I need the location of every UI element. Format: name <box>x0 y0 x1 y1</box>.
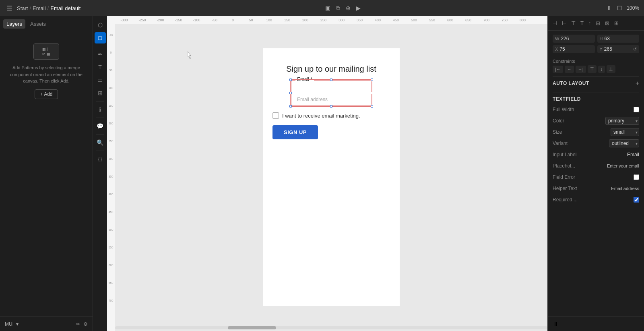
align-right-icon[interactable]: ⊤ <box>570 19 577 27</box>
tab-assets[interactable]: Assets <box>27 19 49 29</box>
left-panel-content: ▦ | M ▦ Add Patterns by selecting a merg… <box>0 32 93 317</box>
email-field-wrapper[interactable]: Email * Email address <box>291 80 372 106</box>
constraint-v-icon[interactable]: ↕ <box>598 66 605 73</box>
full-width-label: Full Width <box>553 107 574 112</box>
required-label: Required ... <box>553 197 578 203</box>
canvas-scrollbar[interactable] <box>115 326 547 329</box>
required-row: Required ... <box>553 195 639 204</box>
textfield-section: TEXTFIELD Full Width Color primary secon… <box>553 93 639 207</box>
canvas-headline: Sign up to our mailing list <box>286 64 376 74</box>
canvas-scrollbar-thumb[interactable] <box>228 326 276 329</box>
color-label: Color <box>553 118 564 124</box>
full-width-row: Full Width <box>553 105 639 114</box>
color-dropdown[interactable]: primary secondary <box>605 117 639 125</box>
right-panel-footer-icon[interactable]: ⏸ <box>553 321 559 328</box>
y-field[interactable]: Y 265 ↺ <box>597 45 640 53</box>
component-icon[interactable]: ⧉ <box>335 4 341 13</box>
tool-search[interactable]: 🔍 <box>95 137 106 148</box>
field-error-checkbox[interactable] <box>634 174 639 180</box>
email-field-helper: Email address <box>291 97 371 106</box>
variant-dropdown[interactable]: outlined filled standard <box>609 139 639 147</box>
email-field-input[interactable] <box>291 81 371 97</box>
breadcrumb-email[interactable]: Email <box>33 5 46 11</box>
frame-icon[interactable]: ▣ <box>324 4 332 12</box>
align-center-h-icon[interactable]: ⊢ <box>560 19 568 27</box>
constraints-row: |← ↔ →| ⊤ ↕ ⊥ <box>553 65 639 73</box>
signup-button[interactable]: SIGN UP <box>272 125 318 139</box>
breadcrumb-current[interactable]: Email default <box>50 5 80 11</box>
add-button[interactable]: + Add <box>35 89 58 99</box>
app-menu-icon[interactable]: ☰ <box>5 3 14 14</box>
right-panel-footer: ⏸ <box>548 317 644 331</box>
grid-icon[interactable]: ⊞ <box>613 19 620 27</box>
dropdown-icon: ▾ <box>16 321 19 327</box>
gear-icon[interactable]: ⚙ <box>83 321 88 327</box>
full-width-checkbox[interactable] <box>634 107 639 112</box>
auto-layout-add-icon[interactable]: + <box>636 80 639 87</box>
x-field[interactable]: X 75 <box>553 45 595 53</box>
toolbar: ⬡ □ ✒ T ▭ ⊞ ℹ 💬 🔍 {;} <box>93 16 107 331</box>
dimension-row: W 226 H 63 <box>553 35 639 43</box>
tool-select[interactable]: ⬡ <box>95 19 106 31</box>
align-center-v-icon[interactable]: ↑ <box>587 19 593 27</box>
topbar-center: ▣ ⧉ ⊕ ▶ <box>324 4 362 13</box>
align-top-icon[interactable]: T <box>579 19 585 27</box>
email-field-container: Email * Email address <box>291 80 372 106</box>
tool-pen[interactable]: ✒ <box>95 49 106 60</box>
tool-component[interactable]: ⊞ <box>95 87 106 99</box>
mirror-icon[interactable]: ⊕ <box>345 4 352 12</box>
textfield-title: TEXTFIELD <box>553 96 639 102</box>
email-field-label: Email * <box>295 77 314 82</box>
zoom-label[interactable]: 100% <box>627 5 639 11</box>
merge-icon-box: ▦ | M ▦ <box>33 43 59 60</box>
size-dropdown[interactable]: small medium <box>611 128 639 136</box>
color-row: Color primary secondary <box>553 116 639 125</box>
tool-info[interactable]: ℹ <box>95 104 106 115</box>
helper-text-row: Helper Text Email address <box>553 184 639 193</box>
canvas-area[interactable]: -300 -250 -200 -150 -100 -50 0 50 100 15… <box>107 16 547 331</box>
tool-rect[interactable]: ▭ <box>95 74 106 86</box>
right-panel: ⊣ ⊢ ⊤ T ↑ ⊟ ⊠ ⊞ W 226 H 63 <box>547 16 644 331</box>
tool-comment[interactable]: 💬 <box>95 120 106 132</box>
size-label: Size <box>553 129 562 135</box>
main-layout: Layers Assets ▦ | M ▦ Add Patterns by se… <box>0 16 644 331</box>
checkbox-label: I want to receive email marketing. <box>282 113 360 119</box>
auto-layout-section: AUTO LAYOUT + <box>553 76 639 89</box>
topbar-left: ☰ Start / Email / Email default <box>5 3 80 14</box>
brand-label[interactable]: MUI <box>5 321 14 327</box>
auto-layout-title: AUTO LAYOUT <box>553 81 589 86</box>
width-field[interactable]: W 226 <box>553 35 595 43</box>
constraint-top-icon[interactable]: ⊤ <box>588 65 597 73</box>
height-field[interactable]: H 63 <box>597 35 640 43</box>
placeholder-value[interactable]: Enter your email <box>607 163 639 168</box>
variant-row: Variant outlined filled standard <box>553 139 639 148</box>
device-icon[interactable]: ☐ <box>616 4 623 12</box>
input-label-row: Input Label Email <box>553 150 639 159</box>
required-checkbox[interactable] <box>634 197 639 203</box>
tab-layers[interactable]: Layers <box>3 19 25 29</box>
constraint-h-icon[interactable]: ↔ <box>565 66 574 73</box>
merge-icon-inner: ▦ | M ▦ <box>42 47 50 56</box>
input-label-value[interactable]: Email <box>627 152 639 157</box>
left-panel-footer: MUI ▾ ✏ ⚙ <box>0 317 93 331</box>
left-panel-tabs: Layers Assets <box>0 16 93 32</box>
align-left-icon[interactable]: ⊣ <box>551 19 559 27</box>
tool-text[interactable]: T <box>95 62 106 73</box>
field-error-label: Field Error <box>553 174 575 180</box>
left-panel: Layers Assets ▦ | M ▦ Add Patterns by se… <box>0 16 93 331</box>
tool-code[interactable]: {;} <box>95 153 106 165</box>
breadcrumb-start[interactable]: Start <box>17 5 28 11</box>
distribute-v-icon[interactable]: ⊠ <box>603 19 611 27</box>
distribute-h-icon[interactable]: ⊟ <box>594 19 602 27</box>
tool-frame[interactable]: □ <box>95 32 106 43</box>
helper-text-value[interactable]: Email address <box>611 186 639 191</box>
breadcrumb: Start / Email / Email default <box>17 5 80 11</box>
constraint-left-icon[interactable]: |← <box>553 66 563 73</box>
input-label-label: Input Label <box>553 152 576 157</box>
email-marketing-checkbox[interactable] <box>272 112 279 119</box>
export-icon[interactable]: ⬆ <box>605 4 613 12</box>
constraint-bottom-icon[interactable]: ⊥ <box>607 65 615 73</box>
play-icon[interactable]: ▶ <box>355 4 362 12</box>
constraint-right-icon[interactable]: →| <box>576 66 586 73</box>
pen-icon[interactable]: ✏ <box>76 321 80 327</box>
